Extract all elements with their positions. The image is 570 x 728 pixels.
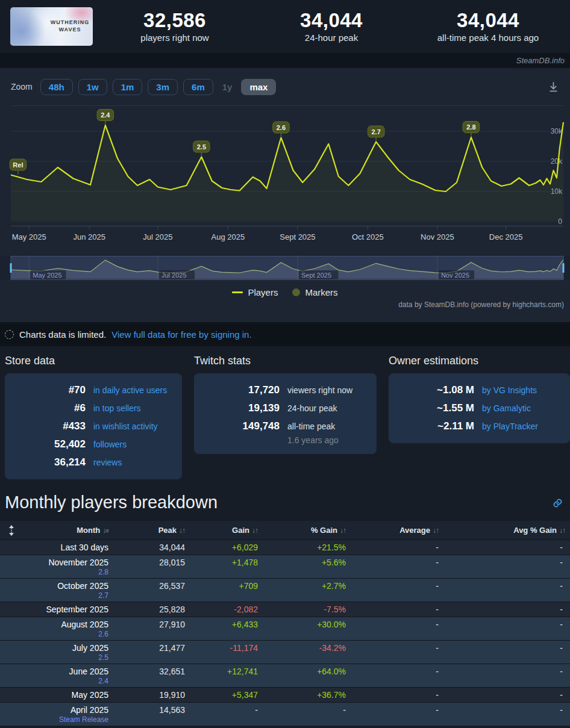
milestone-label[interactable]: 2.5 <box>28 654 108 661</box>
cell-gain: +1,478 <box>190 555 263 579</box>
stat-link[interactable]: by Gamalytic <box>482 399 531 417</box>
cell-average: - <box>351 579 443 602</box>
zoom-button-1w[interactable]: 1w <box>78 79 107 95</box>
sort-icon: ↓↑ <box>340 526 346 535</box>
cell-pct-gain: +5.6% <box>263 555 351 579</box>
stat-link[interactable]: in daily active users <box>93 381 167 399</box>
legend-item-players[interactable]: Players <box>232 287 278 297</box>
owner-estimations-title: Owner estimations <box>389 355 570 367</box>
column-header-gain[interactable]: Gain↓↑ <box>190 521 263 540</box>
stat-link[interactable]: by VG Insights <box>482 381 537 399</box>
cell-month: Last 30 days <box>23 540 113 555</box>
zoom-button-1m[interactable]: 1m <box>113 79 143 95</box>
chart-credits[interactable]: data by SteamDB.info (powered by highcha… <box>0 300 570 309</box>
cell-avg-pct-gain: - <box>443 664 570 688</box>
zoom-button-6m[interactable]: 6m <box>183 79 213 95</box>
chart-marker-Rel[interactable]: Rel <box>10 159 27 170</box>
store-data-card: #70 in daily active users #6 in top sell… <box>5 373 182 479</box>
game-title: WUTHERING WAVES <box>50 19 90 33</box>
chart-marker-2.7[interactable]: 2.7 <box>368 126 384 137</box>
store-stat-row: 52,402 followers <box>13 435 174 453</box>
milestone-label[interactable]: 2.8 <box>28 568 108 576</box>
stat-link[interactable]: in top sellers <box>93 399 141 417</box>
cell-month: September 2025 <box>23 602 113 617</box>
table-row: July 20252.5 21,477 -11,174 -34.2% - - <box>0 641 570 664</box>
players-chart-svg[interactable]: 010k20k30kMay 2025Jun 2025Jul 2025Aug 20… <box>0 105 570 247</box>
cell-pct-gain: +64.0% <box>263 664 351 688</box>
stat-link[interactable]: followers <box>93 435 127 453</box>
breakdown-title: Monthly players breakdown <box>5 493 218 512</box>
navigator-handle-right[interactable] <box>563 263 565 273</box>
zoom-button-3m[interactable]: 3m <box>148 79 178 95</box>
chart-marker-2.5[interactable]: 2.5 <box>193 141 210 152</box>
svg-text:2.6: 2.6 <box>277 124 286 131</box>
svg-text:2.4: 2.4 <box>101 111 110 119</box>
signin-link[interactable]: View full data for free by signing in. <box>111 329 251 340</box>
cell-avg-pct-gain: - <box>443 540 570 555</box>
anchor-link-icon[interactable] <box>553 498 563 511</box>
y-axis-label: 30k <box>551 127 563 135</box>
cell-peak: 27,910 <box>113 617 190 641</box>
legend-item-markers[interactable]: Markers <box>292 287 337 297</box>
x-axis-label: Aug 2025 <box>211 232 245 241</box>
chart-marker-2.4[interactable]: 2.4 <box>97 110 114 121</box>
stat-value: #6 <box>13 399 86 417</box>
cell-month: April 2025Steam Release <box>23 703 113 726</box>
cell-gain: +12,741 <box>190 664 263 688</box>
owner-estimations-section: Owner estimations ~1.08 M by VG Insights… <box>389 355 570 479</box>
navigator-label: Sept 2025 <box>301 272 331 279</box>
stat-link[interactable]: in wishlist activity <box>93 417 158 435</box>
column-header-avg-gain[interactable]: Avg % Gain↓↑ <box>443 521 570 540</box>
cell-gain: -2,082 <box>190 602 263 617</box>
chart-navigator[interactable]: May 2025Jul 2025Sept 2025Nov 2025 <box>0 256 570 280</box>
owners-stat-row: ~1.55 M by Gamalytic <box>397 399 562 417</box>
column-header-month[interactable]: Month↓≡ <box>23 521 113 540</box>
cell-month: July 20252.5 <box>23 641 113 664</box>
navigator-svg[interactable]: May 2025Jul 2025Sept 2025Nov 2025 <box>0 256 570 280</box>
cell-average: - <box>351 641 443 664</box>
store-stat-row: #433 in wishlist activity <box>13 417 174 435</box>
column-header--gain[interactable]: % Gain↓↑ <box>263 521 351 540</box>
game-capsule-image[interactable]: WUTHERING WAVES <box>10 7 93 46</box>
table-row: October 20252.7 26,537 +709 +2.7% - - <box>0 579 570 602</box>
stat-value: 36,214 <box>13 453 86 471</box>
players-chart[interactable]: 010k20k30kMay 2025Jun 2025Jul 2025Aug 20… <box>0 105 570 247</box>
svg-text:2.7: 2.7 <box>371 128 380 135</box>
monthly-breakdown-table: Month↓≡ Peak↓↑ Gain↓↑ % Gain↓↑ Average↓↑… <box>0 521 570 726</box>
cell-avg-pct-gain: - <box>443 703 570 726</box>
zoom-button-1y: 1y <box>219 79 236 95</box>
cell-average: - <box>351 555 443 579</box>
svg-text:Rel: Rel <box>13 161 23 169</box>
navigator-label: Jul 2025 <box>161 272 187 279</box>
zoom-button-48h[interactable]: 48h <box>40 79 73 95</box>
x-axis-label: May 2025 <box>12 232 46 241</box>
milestone-label[interactable]: 2.4 <box>28 677 108 685</box>
column-header-peak[interactable]: Peak↓↑ <box>113 521 190 540</box>
stat-value: 34,044 <box>406 10 570 31</box>
column-header-average[interactable]: Average↓↑ <box>351 521 443 540</box>
sort-icon: ↓↑ <box>433 526 439 535</box>
milestone-label[interactable]: 2.6 <box>28 630 108 638</box>
cell-peak: 26,537 <box>113 579 190 602</box>
cell-month: October 20252.7 <box>23 579 113 602</box>
cell-peak: 19,910 <box>113 688 190 703</box>
app-header: WUTHERING WAVES 32,586 players right now… <box>0 0 570 53</box>
chart-marker-2.6[interactable]: 2.6 <box>273 122 290 133</box>
cell-pct-gain: +21.5% <box>263 540 351 555</box>
milestone-label[interactable]: 2.7 <box>28 592 108 599</box>
stat-link[interactable]: by PlayTracker <box>482 417 538 435</box>
limited-text: Charts data is limited. <box>19 329 106 340</box>
download-icon[interactable] <box>548 81 559 95</box>
sort-icon: ↓↑ <box>559 526 565 535</box>
twitch-stats-card: 17,720 viewers right now 19,139 24-hour … <box>194 373 377 454</box>
zoom-button-max[interactable]: max <box>241 79 276 95</box>
navigator-selection-mask[interactable] <box>11 256 563 280</box>
store-data-section: Store data #70 in daily active users #6 … <box>5 355 182 479</box>
navigator-handle-left[interactable] <box>10 263 12 273</box>
chart-marker-2.8[interactable]: 2.8 <box>463 122 480 133</box>
stat-link[interactable]: reviews <box>93 453 122 471</box>
milestone-label[interactable]: Steam Release <box>28 716 108 723</box>
cell-gain: -11,174 <box>190 641 263 664</box>
table-move-header[interactable] <box>0 521 23 540</box>
stats-cards-row: Store data #70 in daily active users #6 … <box>0 346 570 479</box>
